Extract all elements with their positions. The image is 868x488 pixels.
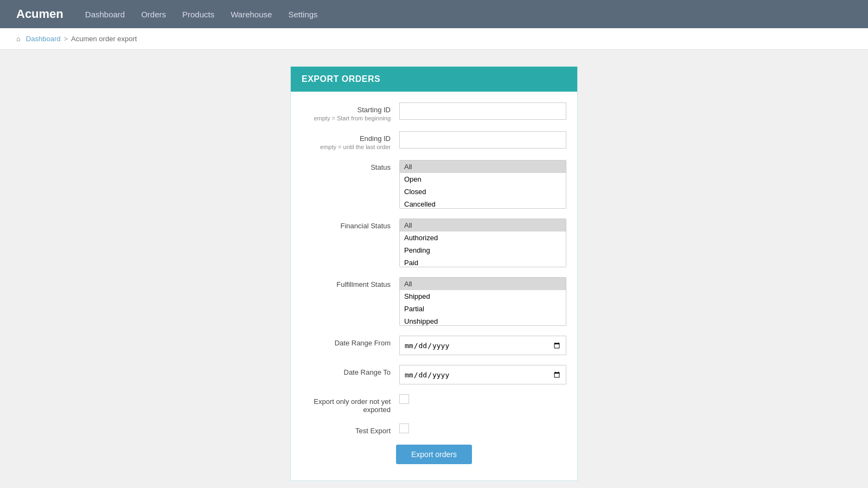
main-content: EXPORT ORDERS Starting ID empty = Start … — [0, 50, 868, 488]
breadcrumb-home[interactable]: Dashboard — [26, 35, 61, 43]
ending-id-input[interactable] — [399, 131, 566, 149]
date-from-label-group: Date Range From — [302, 336, 399, 347]
starting-id-label: Starting ID — [302, 106, 391, 114]
fulfillment-option-partial[interactable]: Partial — [400, 303, 566, 315]
ending-id-control — [399, 131, 566, 149]
nav-warehouse[interactable]: Warehouse — [231, 10, 272, 19]
starting-id-row: Starting ID empty = Start from beginning — [302, 102, 566, 121]
status-option-all[interactable]: All — [400, 160, 566, 173]
date-from-label: Date Range From — [302, 339, 391, 347]
fulfillment-status-label: Fulfillment Status — [302, 280, 391, 288]
test-export-control — [399, 423, 566, 433]
submit-row: Export orders — [302, 445, 566, 470]
date-to-control — [399, 365, 566, 384]
brand: Acumen — [16, 7, 63, 21]
test-export-row: Test Export — [302, 423, 566, 435]
test-export-label: Test Export — [302, 427, 391, 435]
ending-id-label: Ending ID — [302, 134, 391, 143]
breadcrumb: Dashboard > Acumen order export — [0, 28, 868, 50]
export-button[interactable]: Export orders — [396, 445, 472, 464]
export-only-row: Export only order not yet exported — [302, 394, 566, 414]
status-listbox[interactable]: All Open Closed Cancelled — [399, 160, 566, 209]
financial-status-label: Financial Status — [302, 222, 391, 230]
date-from-input[interactable] — [399, 336, 566, 355]
status-label-group: Status — [302, 160, 399, 171]
starting-id-hint: empty = Start from beginning — [302, 115, 391, 121]
export-card-header: EXPORT ORDERS — [291, 67, 577, 92]
date-to-label: Date Range To — [302, 368, 391, 376]
export-card: EXPORT ORDERS Starting ID empty = Start … — [290, 66, 578, 481]
ending-id-label-group: Ending ID empty = until the last order — [302, 131, 399, 150]
nav-products[interactable]: Products — [182, 10, 214, 19]
status-label: Status — [302, 163, 391, 171]
fulfillment-status-label-group: Fulfillment Status — [302, 277, 399, 288]
date-to-label-group: Date Range To — [302, 365, 399, 376]
fulfillment-option-unshipped[interactable]: Unshipped — [400, 315, 566, 326]
financial-option-all[interactable]: All — [400, 219, 566, 232]
status-option-open[interactable]: Open — [400, 173, 566, 185]
breadcrumb-current: Acumen order export — [71, 35, 137, 43]
fulfillment-status-listbox[interactable]: All Shipped Partial Unshipped Unfulfille… — [399, 277, 566, 326]
starting-id-control — [399, 102, 566, 120]
home-icon — [16, 35, 23, 43]
financial-option-paid[interactable]: Paid — [400, 256, 566, 267]
date-to-row: Date Range To — [302, 365, 566, 384]
nav-orders[interactable]: Orders — [141, 10, 166, 19]
financial-option-pending[interactable]: Pending — [400, 244, 566, 256]
fulfillment-status-row: Fulfillment Status All Shipped Partial U… — [302, 277, 566, 326]
financial-status-row: Financial Status All Authorized Pending … — [302, 219, 566, 267]
export-only-checkbox[interactable] — [399, 394, 409, 404]
ending-id-hint: empty = until the last order — [302, 144, 391, 150]
status-option-closed[interactable]: Closed — [400, 185, 566, 198]
date-to-input[interactable] — [399, 365, 566, 384]
fulfillment-option-all[interactable]: All — [400, 278, 566, 290]
export-title: EXPORT ORDERS — [302, 74, 380, 84]
status-control: All Open Closed Cancelled — [399, 160, 566, 209]
export-card-body: Starting ID empty = Start from beginning… — [291, 92, 577, 480]
navbar: Acumen Dashboard Orders Products Warehou… — [0, 0, 868, 28]
starting-id-input[interactable] — [399, 102, 566, 120]
export-only-label: Export only order not yet exported — [302, 397, 391, 414]
status-option-cancelled[interactable]: Cancelled — [400, 198, 566, 209]
financial-status-label-group: Financial Status — [302, 219, 399, 230]
test-export-checkbox[interactable] — [399, 423, 409, 433]
date-from-row: Date Range From — [302, 336, 566, 355]
nav-settings[interactable]: Settings — [288, 10, 317, 19]
export-only-label-group: Export only order not yet exported — [302, 394, 399, 414]
nav-dashboard[interactable]: Dashboard — [85, 10, 125, 19]
breadcrumb-separator: > — [63, 35, 68, 43]
nav-links: Dashboard Orders Products Warehouse Sett… — [85, 10, 318, 19]
starting-id-label-group: Starting ID empty = Start from beginning — [302, 102, 399, 121]
export-only-control — [399, 394, 566, 404]
test-export-label-group: Test Export — [302, 423, 399, 435]
financial-status-control: All Authorized Pending Paid Partially pa… — [399, 219, 566, 267]
fulfillment-status-control: All Shipped Partial Unshipped Unfulfille… — [399, 277, 566, 326]
ending-id-row: Ending ID empty = until the last order — [302, 131, 566, 150]
fulfillment-option-shipped[interactable]: Shipped — [400, 290, 566, 303]
financial-status-listbox[interactable]: All Authorized Pending Paid Partially pa… — [399, 219, 566, 267]
financial-option-authorized[interactable]: Authorized — [400, 232, 566, 244]
date-from-control — [399, 336, 566, 355]
status-row: Status All Open Closed Cancelled — [302, 160, 566, 209]
